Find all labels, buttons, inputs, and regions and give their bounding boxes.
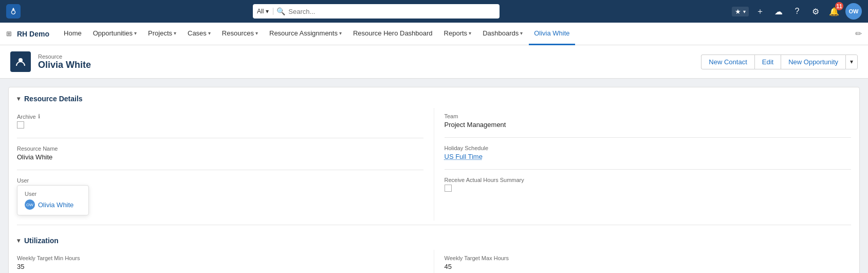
weekly-min-label: Weekly Target Min Hours (17, 255, 423, 261)
nav-item-olivia-white[interactable]: Olivia White (529, 23, 575, 45)
archive-checkbox[interactable] (17, 121, 24, 129)
chevron-down-icon: ▾ (208, 30, 211, 36)
user-avatar-small: OW (25, 199, 35, 210)
favorites-button[interactable]: ★ ▾ (732, 7, 749, 16)
utility-bar-right: ★ ▾ ＋ ☁ ? ⚙ 🔔 11 OW (732, 3, 862, 20)
pencil-icon[interactable]: ✏ (855, 29, 862, 39)
nav-item-opportunities[interactable]: Opportunities ▾ (88, 23, 142, 45)
app-name: RH Demo (17, 30, 49, 38)
nav-item-resources[interactable]: Resources ▾ (217, 23, 263, 45)
search-filter-dropdown[interactable]: All ▾ (257, 8, 273, 15)
weekly-max-field: Weekly Target Max Hours 45 ✏ (445, 250, 852, 273)
app-logo[interactable] (6, 4, 21, 19)
team-value: Project Management (445, 121, 852, 130)
nav-right: ✏ (855, 29, 862, 39)
page-header-text: Resource Olivia White (38, 53, 91, 70)
user-popup-label: User (25, 191, 81, 197)
user-avatar[interactable]: OW (845, 3, 862, 20)
nav-label-olivia-white: Olivia White (534, 29, 569, 37)
nav-label-resource-hero-dashboard: Resource Hero Dashboard (353, 29, 433, 37)
weekly-min-field: Weekly Target Min Hours 35 ✏ (17, 250, 423, 273)
action-buttons: New Contact Edit New Opportunity ▾ (701, 54, 858, 69)
left-column: Archive ℹ ✏ Resource Name Olivia White ✏ (17, 108, 434, 221)
user-field: User User OW Olivia White ✏ (17, 172, 423, 221)
section-label-utilization: Utilization (24, 236, 59, 245)
divider (17, 170, 423, 170)
search-icon: 🔍 (276, 7, 285, 15)
add-icon[interactable]: ＋ (753, 4, 767, 19)
resource-details-fields: Archive ℹ ✏ Resource Name Olivia White ✏ (17, 108, 851, 221)
page-title: Olivia White (38, 60, 91, 70)
divider (17, 138, 423, 138)
page-header-right: New Contact Edit New Opportunity ▾ (701, 54, 858, 69)
nav-label-resource-assignments: Resource Assignments (269, 29, 338, 37)
user-card-link[interactable]: OW Olivia White (25, 199, 81, 210)
nav-label-opportunities: Opportunities (93, 29, 133, 37)
nav-bar: ⊞ RH Demo Home Opportunities ▾ Projects … (0, 23, 868, 45)
holiday-schedule-value[interactable]: US Full Time (445, 153, 852, 162)
resource-details-card: ▾ Resource Details Archive ℹ ✏ (8, 87, 860, 273)
archive-label: Archive ℹ (17, 113, 423, 120)
search-input[interactable] (288, 8, 495, 15)
nav-item-resource-assignments[interactable]: Resource Assignments ▾ (264, 23, 347, 45)
receive-hours-checkbox[interactable] (445, 185, 452, 192)
edit-button[interactable]: Edit (754, 54, 781, 69)
grid-icon[interactable]: ⊞ (6, 30, 12, 38)
weekly-max-value: 45 (445, 263, 852, 272)
utility-bar-left (6, 4, 21, 19)
cloud-icon[interactable]: ☁ (771, 4, 786, 19)
weekly-min-value: 35 (17, 263, 423, 272)
breadcrumb: Resource (38, 53, 91, 60)
resource-details-section-header[interactable]: ▾ Resource Details (17, 87, 851, 108)
nav-label-projects: Projects (148, 29, 172, 37)
new-opportunity-button[interactable]: New Opportunity (781, 54, 845, 69)
nav-item-cases[interactable]: Cases ▾ (182, 23, 216, 45)
utilization-fields: Weekly Target Min Hours 35 ✏ Weekly Targ… (17, 250, 851, 273)
resource-name-field: Resource Name Olivia White ✏ (17, 140, 423, 168)
team-label: Team (445, 113, 852, 119)
svg-point-0 (11, 10, 15, 14)
chevron-down-icon: ▾ (174, 30, 176, 36)
page-header: Resource Olivia White New Contact Edit N… (0, 45, 868, 79)
user-field-value: User OW Olivia White (17, 185, 423, 215)
divider (445, 169, 852, 170)
main-content: ▾ Resource Details Archive ℹ ✏ (0, 79, 868, 273)
receive-hours-checkbox-container (445, 185, 852, 194)
chevron-down-icon: ▾ (469, 30, 471, 36)
holiday-schedule-label: Holiday Schedule (445, 145, 852, 151)
notification-bell[interactable]: 🔔 11 (827, 4, 841, 19)
actions-dropdown-button[interactable]: ▾ (845, 54, 858, 69)
chevron-down-icon: ▾ (339, 30, 342, 36)
gear-icon[interactable]: ⚙ (808, 4, 823, 19)
nav-item-dashboards[interactable]: Dashboards ▾ (477, 23, 528, 45)
utility-bar-center: All ▾ 🔍 (21, 4, 732, 19)
team-field: Team Project Management ✏ (445, 108, 852, 135)
utility-bar: All ▾ 🔍 ★ ▾ ＋ ☁ ? ⚙ 🔔 11 OW (0, 0, 868, 23)
user-card-popup: User OW Olivia White (17, 185, 89, 215)
nav-label-reports: Reports (444, 29, 468, 37)
nav-label-resources: Resources (222, 29, 254, 37)
user-name-link[interactable]: Olivia White (38, 201, 73, 209)
nav-label-dashboards: Dashboards (483, 29, 519, 37)
nav-item-home[interactable]: Home (59, 23, 87, 45)
nav-item-reports[interactable]: Reports ▾ (439, 23, 477, 45)
resource-name-label: Resource Name (17, 145, 423, 152)
holiday-schedule-field: Holiday Schedule US Full Time ✏ (445, 140, 852, 167)
nav-label-cases: Cases (188, 29, 207, 37)
chevron-down-icon: ▾ (134, 30, 137, 36)
utilization-section-header[interactable]: ▾ Utilization (17, 229, 851, 250)
archive-field: Archive ℹ ✏ (17, 108, 423, 136)
receive-hours-field: Receive Actual Hours Summary ✏ (445, 172, 852, 199)
new-contact-button[interactable]: New Contact (701, 54, 754, 69)
chevron-down-icon: ▾ (255, 30, 258, 36)
notification-count: 11 (835, 2, 843, 10)
info-icon[interactable]: ℹ (38, 113, 40, 120)
help-icon[interactable]: ? (790, 4, 804, 19)
receive-hours-label: Receive Actual Hours Summary (445, 177, 852, 183)
section-chevron-icon: ▾ (17, 237, 20, 244)
utilization-left-col: Weekly Target Min Hours 35 ✏ (17, 250, 434, 273)
chevron-down-icon: ▾ (743, 9, 746, 14)
nav-item-projects[interactable]: Projects ▾ (143, 23, 181, 45)
nav-item-resource-hero-dashboard[interactable]: Resource Hero Dashboard (348, 23, 438, 45)
chevron-down-icon: ▾ (266, 8, 269, 15)
